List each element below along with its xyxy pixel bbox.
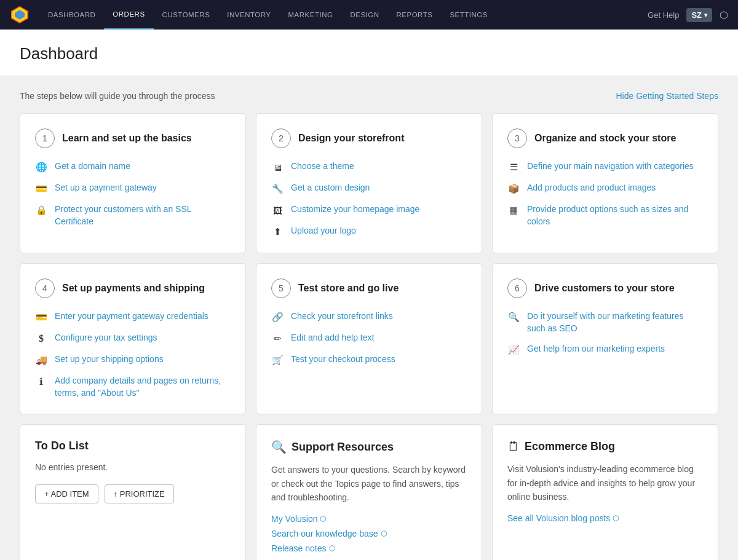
external-icon-1: ⬡ — [320, 515, 326, 523]
step-4-link-4: ℹ Add company details and pages on retur… — [35, 375, 231, 399]
step-3-header: 3 Organize and stock your store — [507, 128, 703, 148]
navigation-link[interactable]: Define your main navigation with categor… — [527, 160, 694, 173]
pencil-icon: ✏ — [271, 333, 284, 345]
step-4-link-1: 💳 Enter your payment gateway credentials — [35, 310, 231, 323]
payment-creds-link[interactable]: Enter your payment gateway credentials — [55, 310, 208, 323]
page-title: Dashboard — [20, 44, 718, 63]
step-1-link-2: 💳 Set up a payment gateway — [35, 182, 231, 195]
step-2-title: Design your storefront — [298, 133, 404, 144]
todo-card: To Do List No entries present. + ADD ITE… — [20, 424, 246, 560]
company-details-link[interactable]: Add company details and pages on returns… — [55, 375, 231, 399]
bottom-row: To Do List No entries present. + ADD ITE… — [20, 424, 718, 560]
homepage-image-link[interactable]: Customize your homepage image — [291, 203, 419, 216]
theme-link[interactable]: Choose a theme — [291, 160, 354, 173]
step-4-title: Set up payments and shipping — [62, 283, 205, 294]
hide-steps-link[interactable]: Hide Getting Started Steps — [616, 91, 718, 101]
step-3-link-1: ☰ Define your main navigation with categ… — [507, 160, 703, 173]
custom-design-link[interactable]: Get a custom design — [291, 182, 370, 194]
image-icon: 🖼 — [271, 204, 284, 216]
blog-card: 🗒 Ecommerce Blog Visit Volusion's indust… — [492, 424, 718, 560]
blog-body: Visit Volusion's industry-leading ecomme… — [507, 462, 703, 503]
step-1-links: 🌐 Get a domain name 💳 Set up a payment g… — [35, 160, 231, 227]
external-icon-2: ⬡ — [381, 529, 387, 538]
step-2-header: 2 Design your storefront — [271, 128, 467, 148]
marketing-experts-link[interactable]: Get help from our marketing experts — [527, 343, 665, 355]
help-text-link[interactable]: Edit and add help text — [291, 332, 374, 344]
nav-dashboard[interactable]: DASHBOARD — [39, 0, 104, 30]
main-nav: DASHBOARD ORDERS CUSTOMERS INVENTORY MAR… — [0, 0, 738, 30]
lock-icon: 🔒 — [35, 204, 47, 216]
payment-gateway-link[interactable]: Set up a payment gateway — [55, 182, 157, 194]
domain-link[interactable]: Get a domain name — [55, 160, 130, 173]
step-3-link-2: 📦 Add products and product images — [507, 182, 703, 195]
todo-title: To Do List — [35, 440, 231, 452]
logo[interactable] — [10, 5, 30, 25]
nav-reports[interactable]: REPORTS — [388, 0, 442, 30]
step-4-number: 4 — [35, 278, 55, 298]
step-2-link-3: 🖼 Customize your homepage image — [271, 203, 467, 216]
tax-settings-link[interactable]: Configure your tax settings — [55, 332, 157, 344]
blog-icon: 🗒 — [507, 440, 520, 454]
knowledge-base-link[interactable]: Search our knowledge base ⬡ — [271, 529, 467, 538]
step-1-header: 1 Learn and set up the basics — [35, 128, 231, 148]
step-3-number: 3 — [507, 128, 527, 148]
prioritize-button[interactable]: ↑ PRIORITIZE — [105, 484, 174, 503]
step-5-title: Test store and go live — [298, 283, 399, 294]
step-1-card: 1 Learn and set up the basics 🌐 Get a do… — [20, 113, 246, 253]
step-6-link-2: 📈 Get help from our marketing experts — [507, 343, 703, 356]
step-2-link-2: 🔧 Get a custom design — [271, 182, 467, 195]
product-icon: 📦 — [507, 183, 520, 195]
user-initials: SZ — [691, 10, 702, 20]
nav-design[interactable]: DESIGN — [341, 0, 387, 30]
ssl-link[interactable]: Protect your customers with an SSL Certi… — [55, 203, 231, 227]
nav-inventory[interactable]: INVENTORY — [218, 0, 279, 30]
step-5-header: 5 Test store and go live — [271, 278, 467, 298]
step-3-title: Organize and stock your store — [534, 133, 676, 144]
support-header: 🔍 Support Resources — [271, 440, 467, 454]
step-4-header: 4 Set up payments and shipping — [35, 278, 231, 298]
user-menu[interactable]: SZ ▾ — [686, 8, 712, 22]
main-content: Dashboard The steps below will guide you… — [0, 30, 738, 560]
steps-row-1: 1 Learn and set up the basics 🌐 Get a do… — [20, 113, 718, 253]
nav-orders[interactable]: ORDERS — [104, 0, 153, 30]
shipping-link[interactable]: Set up your shipping options — [55, 353, 164, 366]
card-icon: 💳 — [35, 183, 47, 195]
storefront-links-link[interactable]: Check your storefront links — [291, 310, 393, 323]
steps-row-2: 4 Set up payments and shipping 💳 Enter y… — [20, 263, 718, 414]
release-notes-link[interactable]: Release notes ⬡ — [271, 543, 467, 553]
cart-icon: 🛒 — [271, 354, 284, 366]
external-link-icon[interactable]: ⬡ — [720, 9, 728, 21]
nav-customers[interactable]: CUSTOMERS — [154, 0, 219, 30]
step-5-link-1: 🔗 Check your storefront links — [271, 310, 467, 323]
content-subtitle: The steps below will guide you through t… — [20, 91, 215, 101]
upload-icon: ⬆ — [271, 226, 284, 238]
my-volusion-link[interactable]: My Volusion ⬡ — [271, 514, 467, 524]
step-5-link-2: ✏ Edit and add help text — [271, 332, 467, 345]
chevron-down-icon: ▾ — [704, 12, 707, 18]
nav-marketing[interactable]: MARKETING — [280, 0, 342, 30]
content-area: The steps below will guide you through t… — [0, 76, 738, 560]
step-6-header: 6 Drive customers to your store — [507, 278, 703, 298]
nav-settings[interactable]: SETTINGS — [441, 0, 496, 30]
blog-posts-link[interactable]: See all Volusion blog posts ⬡ — [507, 513, 703, 523]
step-5-number: 5 — [271, 278, 291, 298]
logo-link[interactable]: Upload your logo — [291, 225, 356, 237]
step-1-title: Learn and set up the basics — [62, 133, 192, 144]
content-header: The steps below will guide you through t… — [20, 91, 718, 101]
products-link[interactable]: Add products and product images — [527, 182, 656, 194]
seo-link[interactable]: Do it yourself with our marketing featur… — [527, 310, 703, 334]
add-item-button[interactable]: + ADD ITEM — [35, 484, 98, 503]
get-help-link[interactable]: Get Help — [648, 10, 679, 20]
seo-icon: 🔍 — [507, 311, 520, 323]
support-title: Support Resources — [292, 441, 394, 454]
step-2-number: 2 — [271, 128, 291, 148]
external-icon-3: ⬡ — [329, 544, 335, 553]
step-2-link-4: ⬆ Upload your logo — [271, 225, 467, 238]
checkout-link[interactable]: Test your checkout process — [291, 353, 395, 366]
step-6-title: Drive customers to your store — [534, 283, 675, 294]
wrench-icon: 🔧 — [271, 183, 284, 195]
product-options-link[interactable]: Provide product options such as sizes an… — [527, 203, 703, 227]
todo-buttons: + ADD ITEM ↑ PRIORITIZE — [35, 484, 231, 503]
support-icon: 🔍 — [271, 440, 287, 454]
theme-icon: 🖥 — [271, 161, 284, 173]
